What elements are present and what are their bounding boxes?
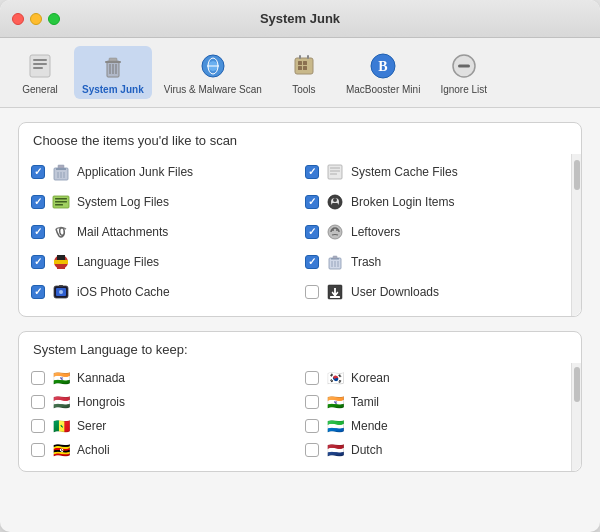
scan-checkbox-sys-cache[interactable]: [305, 165, 319, 179]
titlebar: System Junk: [0, 0, 600, 38]
scan-section-title: Choose the items you'd like to scan: [19, 123, 581, 154]
ignore-list-icon: [448, 50, 480, 82]
svg-rect-33: [330, 173, 337, 175]
scan-checkbox-lang-files[interactable]: [31, 255, 45, 269]
korean-flag: 🇰🇷: [325, 371, 345, 385]
app-junk-label: Application Junk Files: [77, 165, 193, 179]
svg-rect-26: [58, 165, 64, 168]
mail-attach-label: Mail Attachments: [77, 225, 168, 239]
language-items-grid: 🇮🇳 Kannada 🇰🇷 Korean 🇭🇺 Hongrois: [29, 367, 567, 461]
toolbar-item-macbooster-mini[interactable]: B MacBooster Mini: [338, 46, 428, 99]
svg-rect-18: [299, 55, 301, 59]
lang-checkbox-acholi[interactable]: [31, 443, 45, 457]
tamil-flag: 🇮🇳: [325, 395, 345, 409]
maximize-button[interactable]: [48, 13, 60, 25]
scan-checkbox-ios-photo[interactable]: [31, 285, 45, 299]
lang-item-kannada: 🇮🇳 Kannada: [29, 367, 293, 389]
toolbar-item-tools[interactable]: Tools: [274, 46, 334, 99]
lang-checkbox-mende[interactable]: [305, 419, 319, 433]
scan-item-app-junk: Application Junk Files: [29, 158, 293, 186]
scan-checkbox-sys-log[interactable]: [31, 195, 45, 209]
acholi-label: Acholi: [77, 443, 110, 457]
tamil-label: Tamil: [351, 395, 379, 409]
svg-rect-63: [330, 296, 340, 298]
language-items-container: 🇮🇳 Kannada 🇰🇷 Korean 🇭🇺 Hongrois: [19, 363, 571, 471]
broken-login-icon: [325, 192, 345, 212]
lang-checkbox-hongrois[interactable]: [31, 395, 45, 409]
scan-item-user-downloads: User Downloads: [303, 278, 567, 306]
lang-scrollbar[interactable]: [571, 363, 581, 471]
svg-rect-58: [59, 285, 63, 287]
svg-rect-0: [30, 55, 50, 77]
scan-section: Choose the items you'd like to scan: [18, 122, 582, 317]
tools-label: Tools: [292, 84, 315, 95]
toolbar: General System Junk: [0, 38, 600, 108]
svg-point-43: [332, 229, 334, 231]
scan-scrollbar-thumb: [574, 160, 580, 190]
ios-photo-label: iOS Photo Cache: [77, 285, 170, 299]
svg-rect-51: [333, 256, 337, 259]
lang-checkbox-dutch[interactable]: [305, 443, 319, 457]
sys-cache-icon: [325, 162, 345, 182]
lang-item-hongrois: 🇭🇺 Hongrois: [29, 391, 293, 413]
scan-checkbox-trash[interactable]: [305, 255, 319, 269]
hongrois-flag: 🇭🇺: [51, 395, 71, 409]
trash-label: Trash: [351, 255, 381, 269]
svg-rect-6: [109, 58, 117, 61]
scan-items-grid: Application Junk Files: [29, 158, 567, 306]
lang-checkbox-serer[interactable]: [31, 419, 45, 433]
korean-label: Korean: [351, 371, 390, 385]
ignore-list-label: Ignore List: [440, 84, 487, 95]
mende-label: Mende: [351, 419, 388, 433]
scan-item-sys-cache: System Cache Files: [303, 158, 567, 186]
svg-rect-35: [55, 198, 67, 200]
svg-point-44: [336, 229, 338, 231]
lang-checkbox-tamil[interactable]: [305, 395, 319, 409]
svg-rect-16: [298, 66, 302, 70]
lang-item-acholi: 🇺🇬 Acholi: [29, 439, 293, 461]
language-section: System Language to keep: 🇮🇳 Kannada 🇰🇷 K…: [18, 331, 582, 472]
leftovers-icon: [325, 222, 345, 242]
broken-login-label: Broken Login Items: [351, 195, 454, 209]
svg-rect-36: [55, 201, 67, 203]
system-junk-icon: [97, 50, 129, 82]
scan-checkbox-user-downloads[interactable]: [305, 285, 319, 299]
scan-checkbox-app-junk[interactable]: [31, 165, 45, 179]
toolbar-item-general[interactable]: General: [10, 46, 70, 99]
app-junk-icon: [51, 162, 71, 182]
svg-text:B: B: [378, 59, 387, 74]
svg-rect-17: [303, 66, 307, 70]
general-icon: [24, 50, 56, 82]
svg-rect-15: [303, 61, 307, 65]
toolbar-item-ignore-list[interactable]: Ignore List: [432, 46, 495, 99]
mail-attach-icon: [51, 222, 71, 242]
close-button[interactable]: [12, 13, 24, 25]
scan-item-broken-login: Broken Login Items: [303, 188, 567, 216]
toolbar-item-virus-malware[interactable]: Virus & Malware Scan: [156, 46, 270, 99]
mende-flag: 🇸🇱: [325, 419, 345, 433]
general-label: General: [22, 84, 58, 95]
svg-rect-41: [332, 203, 338, 207]
minimize-button[interactable]: [30, 13, 42, 25]
svg-rect-48: [57, 264, 65, 269]
trash-icon: [325, 252, 345, 272]
scan-checkbox-leftovers[interactable]: [305, 225, 319, 239]
macbooster-mini-label: MacBooster Mini: [346, 84, 420, 95]
scan-checkbox-mail-attach[interactable]: [31, 225, 45, 239]
serer-flag: 🇸🇳: [51, 419, 71, 433]
scan-item-leftovers: Leftovers: [303, 218, 567, 246]
sys-log-icon: [51, 192, 71, 212]
lang-item-dutch: 🇳🇱 Dutch: [303, 439, 567, 461]
toolbar-item-system-junk[interactable]: System Junk: [74, 46, 152, 99]
svg-rect-32: [330, 170, 340, 172]
scan-checkbox-broken-login[interactable]: [305, 195, 319, 209]
scan-item-lang-files: Language Files: [29, 248, 293, 276]
acholi-flag: 🇺🇬: [51, 443, 71, 457]
kannada-label: Kannada: [77, 371, 125, 385]
lang-checkbox-kannada[interactable]: [31, 371, 45, 385]
scan-scrollbar[interactable]: [571, 154, 581, 316]
lang-files-icon: [51, 252, 71, 272]
sys-log-label: System Log Files: [77, 195, 169, 209]
lang-checkbox-korean[interactable]: [305, 371, 319, 385]
svg-rect-31: [330, 167, 340, 169]
